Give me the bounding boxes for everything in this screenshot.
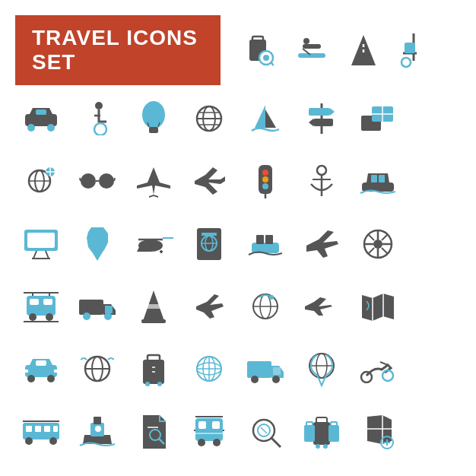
- scooter-icon: [359, 354, 397, 383]
- svg-rect-133: [247, 361, 271, 378]
- cargo-boxes-icon-cell: [352, 99, 404, 138]
- bus-icon-cell: [183, 412, 235, 452]
- svg-line-88: [382, 248, 388, 254]
- truck-icon: [78, 292, 117, 321]
- svg-point-102: [104, 313, 112, 320]
- cargo-ship-icon-cell: [352, 161, 404, 201]
- ship-cargo2-icon: [247, 229, 284, 259]
- cruise-ship-icon-cell: [71, 412, 123, 452]
- ship-wheel-icon-cell: [352, 224, 404, 264]
- hand-truck-icon: [398, 32, 426, 68]
- world-travel-icon: [26, 164, 56, 198]
- svg-rect-77: [202, 233, 217, 236]
- empty2-cell: [408, 161, 459, 201]
- cruise-ship-icon: [78, 414, 116, 450]
- document-search-icon-cell: [128, 412, 179, 452]
- svg-point-141: [382, 370, 393, 381]
- traffic-light-icon: [254, 162, 277, 200]
- airplane-flat-icon: [303, 296, 340, 317]
- svg-rect-103: [105, 306, 113, 313]
- svg-point-54: [262, 183, 268, 189]
- svg-rect-23: [149, 127, 158, 133]
- delivery-truck-icon: [246, 354, 285, 384]
- svg-point-161: [213, 439, 221, 446]
- cargo-boxes-icon: [360, 103, 396, 134]
- airplane-front-icon: [137, 164, 170, 198]
- map-pin-icon-cell: [352, 412, 404, 452]
- wheelchair-icon-cell: [71, 99, 123, 138]
- airplane-right-icon: [303, 227, 340, 261]
- svg-line-65: [46, 251, 49, 259]
- svg-point-56: [317, 166, 326, 175]
- svg-rect-80: [265, 235, 273, 244]
- svg-marker-35: [309, 119, 313, 126]
- svg-rect-176: [328, 425, 339, 442]
- svg-rect-117: [24, 370, 28, 373]
- svg-rect-116: [36, 360, 46, 366]
- airplane-flying-icon-cell: [183, 161, 235, 201]
- svg-point-7: [303, 38, 309, 44]
- svg-rect-105: [144, 304, 163, 309]
- svg-point-153: [95, 426, 101, 432]
- svg-rect-106: [141, 319, 166, 323]
- helicopter-icon-cell: [128, 224, 179, 264]
- header-icons-row: [243, 32, 426, 68]
- svg-rect-63: [27, 233, 55, 248]
- svg-line-87: [368, 234, 374, 240]
- svg-rect-92: [30, 299, 39, 305]
- ship-cargo2-icon-cell: [240, 224, 291, 264]
- luggage-travel-icon-cell: [128, 349, 179, 389]
- car-icon: [22, 105, 60, 132]
- globe-network-icon-cell: [183, 99, 235, 138]
- svg-line-89: [382, 234, 388, 240]
- magnify-search-icon-cell: [240, 412, 291, 452]
- svg-rect-152: [94, 417, 101, 424]
- svg-point-127: [157, 382, 162, 386]
- ship-wheel-icon: [361, 227, 395, 261]
- traffic-cone-icon-cell: [128, 287, 179, 326]
- svg-rect-60: [371, 175, 377, 182]
- svg-point-172: [316, 444, 320, 449]
- svg-point-53: [262, 176, 268, 182]
- svg-line-90: [368, 248, 374, 254]
- sunglasses-icon-cell: [71, 161, 123, 201]
- svg-line-167: [271, 438, 281, 447]
- svg-point-101: [83, 313, 90, 320]
- svg-point-47: [99, 173, 114, 189]
- svg-line-64: [33, 251, 36, 259]
- page-title: TRAVEL ICONS SET: [32, 26, 204, 75]
- bus-double-icon: [21, 418, 61, 446]
- svg-point-173: [323, 444, 328, 449]
- map-pin-icon: [361, 414, 395, 450]
- svg-rect-145: [35, 426, 41, 432]
- anchor-icon-cell: [296, 161, 347, 201]
- empty5-cell: [408, 349, 459, 389]
- svg-point-94: [29, 313, 36, 321]
- luggage-travel-icon: [138, 351, 169, 387]
- world-travel-icon-cell: [15, 161, 67, 201]
- svg-rect-146: [44, 426, 50, 432]
- svg-rect-136: [273, 367, 281, 375]
- svg-point-115: [47, 375, 55, 382]
- svg-point-114: [27, 375, 35, 382]
- svg-rect-14: [405, 43, 415, 53]
- wheelchair-icon: [84, 102, 111, 135]
- hot-air-balloon-icon: [140, 100, 167, 138]
- svg-rect-159: [212, 421, 220, 429]
- svg-point-52: [262, 170, 268, 176]
- title-box: TRAVEL ICONS SET: [15, 15, 221, 85]
- empty3-cell: [408, 224, 459, 264]
- taxi-icon-cell: [15, 349, 67, 389]
- sunglasses-icon: [78, 170, 116, 192]
- title-bold: TRAVEL: [32, 26, 119, 49]
- svg-line-3: [271, 62, 274, 65]
- escalator-icon: [295, 33, 328, 67]
- svg-point-126: [145, 382, 150, 386]
- map-icon-cell: [352, 287, 404, 326]
- svg-point-20: [94, 123, 106, 135]
- svg-rect-79: [256, 235, 264, 244]
- africa-map-icon: [84, 226, 111, 262]
- sailboat-icon: [249, 102, 282, 135]
- globe-route-icon-cell: [240, 287, 291, 326]
- document-search-icon: [138, 414, 169, 450]
